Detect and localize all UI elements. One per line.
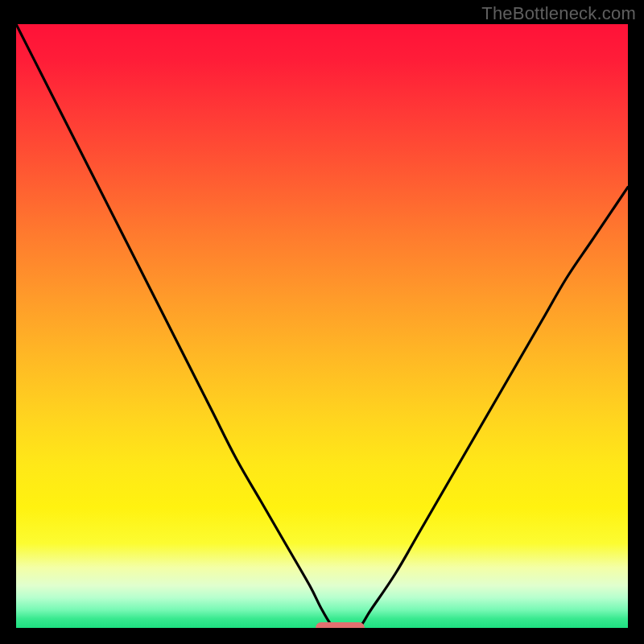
plot-area xyxy=(16,24,628,628)
optimal-range-marker xyxy=(316,622,365,628)
curve-path xyxy=(16,24,628,628)
chart-frame: TheBottleneck.com xyxy=(0,0,644,644)
watermark-text: TheBottleneck.com xyxy=(481,3,636,24)
bottleneck-curve xyxy=(16,24,628,628)
